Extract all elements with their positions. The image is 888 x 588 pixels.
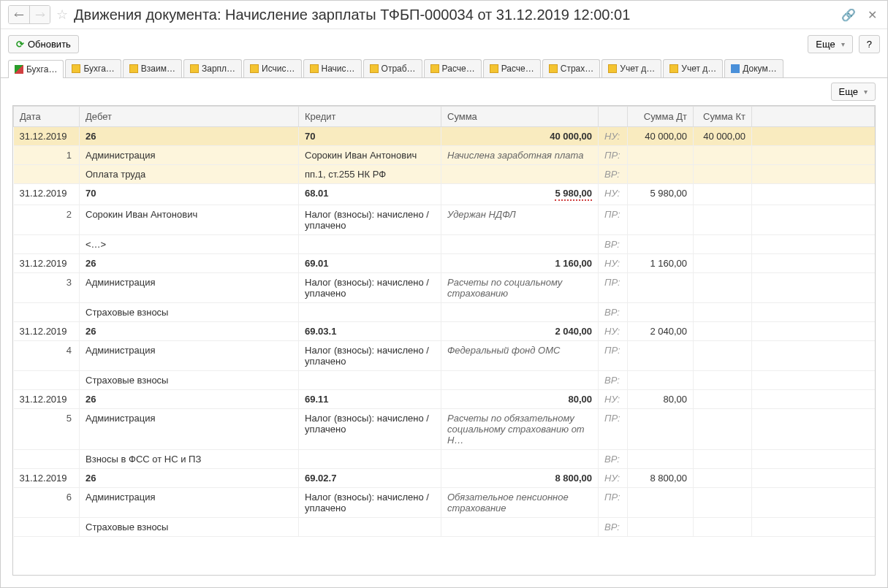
tab-6[interactable]: Отраб… [363, 59, 422, 77]
cell-empty [14, 518, 80, 537]
table-row[interactable]: 31.12.2019267040 000,00НУ:40 000,0040 00… [14, 127, 875, 146]
tab-10[interactable]: Учет д… [602, 59, 661, 77]
cell-row-num: 2 [14, 205, 80, 235]
tab-label: Взаим… [141, 64, 175, 74]
cell-empty [694, 341, 752, 371]
cell-debit-l1: Администрация [80, 146, 299, 165]
table-row[interactable]: Страховые взносыВР: [14, 371, 875, 390]
cell-sum: 8 800,00 [441, 469, 599, 488]
cell-empty [628, 518, 694, 537]
tab-1[interactable]: Бухга… [65, 59, 121, 77]
cell-vr-label: ВР: [599, 450, 628, 469]
tab-11[interactable]: Учет д… [663, 59, 723, 77]
cell-end [752, 371, 875, 390]
cell-empty [441, 450, 599, 469]
table-row[interactable]: Страховые взносыВР: [14, 303, 875, 322]
tab-12[interactable]: Докум… [724, 59, 783, 77]
grid-more-button[interactable]: Еще ▾ [831, 83, 876, 101]
table-row[interactable]: 1АдминистрацияСорокин Иван АнтоновичНачи… [14, 146, 875, 165]
cell-end [752, 254, 875, 273]
chevron-down-icon: ▾ [841, 40, 845, 48]
cell-date: 31.12.2019 [14, 322, 80, 341]
help-button[interactable]: ? [859, 35, 880, 53]
reg-icon [490, 64, 498, 73]
table-row[interactable]: <…>ВР: [14, 235, 875, 254]
cell-debit-l1: Администрация [80, 488, 299, 518]
close-icon[interactable]: ✕ [865, 8, 880, 22]
back-button[interactable]: 🡐 [9, 6, 29, 23]
table-row[interactable]: Взносы в ФСС от НС и ПЗВР: [14, 450, 875, 469]
refresh-button[interactable]: ⟳ Обновить [8, 35, 79, 53]
cell-empty [628, 235, 694, 254]
cell-vr-label: ВР: [599, 371, 628, 390]
cell-sum: 1 160,00 [441, 254, 599, 273]
cell-credit-l1: Налог (взносы): начислено / уплачено [299, 273, 441, 303]
tab-7[interactable]: Расче… [424, 59, 482, 77]
cell-empty [628, 488, 694, 518]
tab-0[interactable]: Бухга… [8, 60, 64, 78]
cell-pr-label: ПР: [599, 146, 628, 165]
forward-button[interactable]: 🡒 [29, 6, 50, 23]
grid-more-label: Еще [839, 86, 858, 97]
table-row[interactable]: 31.12.20197068.015 980,00НУ:5 980,00 [14, 184, 875, 205]
table-row[interactable]: 31.12.20192669.011 160,00НУ:1 160,00 [14, 254, 875, 273]
col-credit[interactable]: Кредит [299, 107, 441, 127]
doc-icon [731, 64, 740, 73]
table-row[interactable]: 4АдминистрацияНалог (взносы): начислено … [14, 341, 875, 371]
tab-3[interactable]: Зарпл… [183, 59, 242, 77]
table-row[interactable]: 3АдминистрацияНалог (взносы): начислено … [14, 273, 875, 303]
tab-4[interactable]: Исчис… [243, 59, 301, 77]
tab-8[interactable]: Расче… [483, 59, 541, 77]
cell-empty [628, 146, 694, 165]
cell-empty [441, 518, 599, 537]
col-sum-dt[interactable]: Сумма Дт [628, 107, 694, 127]
tab-5[interactable]: Начис… [303, 59, 362, 77]
cell-pr-label: ПР: [599, 409, 628, 450]
cell-vr-label: ВР: [599, 235, 628, 254]
col-sum[interactable]: Сумма [441, 107, 599, 127]
grid[interactable]: Дата Дебет Кредит Сумма Сумма Дт Сумма К… [12, 105, 876, 576]
link-icon[interactable]: 🔗 [838, 8, 859, 22]
tab-9[interactable]: Страх… [542, 59, 601, 77]
more-label: Еще [816, 39, 835, 50]
entries-table: Дата Дебет Кредит Сумма Сумма Дт Сумма К… [13, 106, 875, 537]
table-row[interactable]: Оплата трудапп.1, ст.255 НК РФВР: [14, 165, 875, 184]
cell-credit-l1: Сорокин Иван Антонович [299, 146, 441, 165]
cell-date: 31.12.2019 [14, 254, 80, 273]
table-row[interactable]: 31.12.20192669.03.12 040,00НУ:2 040,00 [14, 322, 875, 341]
cell-end [752, 390, 875, 409]
cell-debit-l2: Страховые взносы [80, 303, 299, 322]
cell-empty [14, 371, 80, 390]
table-row[interactable]: 2Сорокин Иван АнтоновичНалог (взносы): н… [14, 205, 875, 235]
table-row[interactable]: 31.12.20192669.1180,00НУ:80,00 [14, 390, 875, 409]
cell-end [752, 165, 875, 184]
cell-end [752, 273, 875, 303]
table-row[interactable]: Страховые взносыВР: [14, 518, 875, 537]
cell-sum: 40 000,00 [441, 127, 599, 146]
col-spacer[interactable] [599, 107, 628, 127]
cell-end [752, 469, 875, 488]
cell-date: 31.12.2019 [14, 469, 80, 488]
cell-credit-l2: пп.1, ст.255 НК РФ [299, 165, 441, 184]
table-row[interactable]: 5АдминистрацияНалог (взносы): начислено … [14, 409, 875, 450]
cell-row-num: 5 [14, 409, 80, 450]
tab-2[interactable]: Взаим… [123, 59, 182, 77]
table-row[interactable]: 6АдминистрацияНалог (взносы): начислено … [14, 488, 875, 518]
col-debit[interactable]: Дебет [80, 107, 299, 127]
cell-debit-acc: 26 [80, 127, 299, 146]
cell-end [752, 146, 875, 165]
col-end[interactable] [752, 107, 875, 127]
cell-empty [628, 273, 694, 303]
cell-row-num: 4 [14, 341, 80, 371]
refresh-icon: ⟳ [16, 39, 24, 50]
cell-end [752, 322, 875, 341]
col-sum-kt[interactable]: Сумма Кт [694, 107, 752, 127]
table-row[interactable]: 31.12.20192669.02.78 800,00НУ:8 800,00 [14, 469, 875, 488]
col-date[interactable]: Дата [14, 107, 80, 127]
cell-sum-dt: 2 040,00 [628, 322, 694, 341]
cell-sum-kt [694, 184, 752, 205]
favorite-icon[interactable]: ☆ [56, 7, 68, 23]
more-button[interactable]: Еще ▾ [808, 35, 852, 53]
cell-empty [628, 303, 694, 322]
cell-debit-l2: Взносы в ФСС от НС и ПЗ [80, 450, 299, 469]
